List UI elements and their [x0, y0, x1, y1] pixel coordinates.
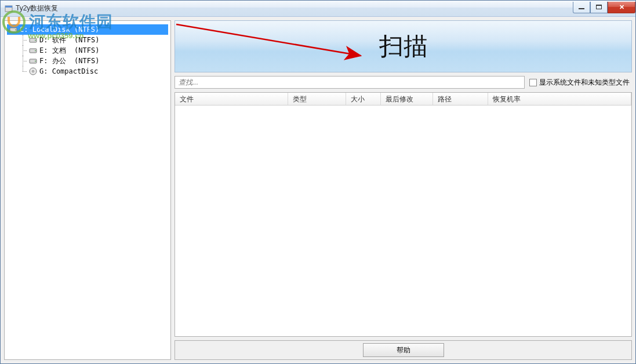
- svg-point-11: [32, 71, 34, 72]
- tree-label: E: 文档 (NTFS): [39, 46, 99, 56]
- search-row: 显示系统文件和未知类型文件: [175, 76, 632, 89]
- titlebar: Ty2y数据恢复 ✕: [1, 1, 635, 17]
- column-type[interactable]: 类型: [288, 93, 346, 105]
- tree-label: D: 软件 (NTFS): [39, 35, 99, 45]
- tree-connector-icon: [19, 35, 27, 45]
- svg-point-3: [15, 30, 16, 31]
- svg-point-9: [35, 61, 36, 62]
- tree-item-c[interactable]: C: LocalDisk (NTFS): [7, 24, 168, 35]
- close-icon: ✕: [619, 3, 624, 11]
- minimize-icon: [579, 8, 584, 9]
- drive-tree-panel: C: LocalDisk (NTFS) D: 软件 (NTFS) E: 文档 (…: [4, 20, 171, 360]
- content-area: C: LocalDisk (NTFS) D: 软件 (NTFS) E: 文档 (…: [1, 17, 635, 363]
- tree-connector-icon: [19, 56, 27, 66]
- titlebar-left: Ty2y数据恢复: [4, 3, 58, 13]
- drive-tree: C: LocalDisk (NTFS) D: 软件 (NTFS) E: 文档 (…: [7, 24, 168, 77]
- cd-icon: [29, 67, 37, 75]
- app-window: Ty2y数据恢复 ✕ C: LocalDisk (NTFS) D: 软件 (NT…: [0, 0, 636, 364]
- column-recovery-rate[interactable]: 恢复机率: [488, 93, 631, 105]
- titlebar-buttons: ✕: [573, 2, 635, 13]
- results-table: 文件 类型 大小 最后修改 路径 恢复机率: [175, 92, 632, 337]
- tree-item-e[interactable]: E: 文档 (NTFS): [7, 45, 168, 56]
- checkbox-icon: [529, 79, 537, 86]
- column-modified[interactable]: 最后修改: [381, 93, 433, 105]
- maximize-button[interactable]: [590, 2, 608, 13]
- column-size[interactable]: 大小: [346, 93, 381, 105]
- svg-line-12: [176, 24, 361, 56]
- column-path[interactable]: 路径: [433, 93, 488, 105]
- disk-icon: [29, 36, 37, 44]
- help-button[interactable]: 帮助: [363, 343, 444, 357]
- close-button[interactable]: ✕: [608, 2, 635, 13]
- search-input[interactable]: [175, 76, 525, 89]
- tree-connector-icon: [19, 45, 27, 56]
- app-icon: [4, 4, 13, 13]
- column-file[interactable]: 文件: [175, 93, 288, 105]
- tree-label: G: CompactDisc: [39, 67, 98, 75]
- show-system-files-checkbox[interactable]: 显示系统文件和未知类型文件: [529, 78, 632, 88]
- minimize-button[interactable]: [573, 2, 590, 13]
- arrow-annotation-icon: [175, 21, 384, 73]
- disk-icon: [9, 26, 17, 34]
- svg-point-7: [35, 50, 36, 52]
- scan-banner[interactable]: 扫描: [175, 20, 632, 72]
- scan-label: 扫描: [379, 30, 428, 63]
- tree-label: C: LocalDisk (NTFS): [20, 26, 99, 34]
- svg-point-5: [35, 40, 36, 41]
- disk-icon: [29, 46, 37, 54]
- maximize-icon: [596, 5, 602, 9]
- tree-item-d[interactable]: D: 软件 (NTFS): [7, 35, 168, 45]
- tree-item-g[interactable]: G: CompactDisc: [7, 66, 168, 77]
- svg-rect-1: [5, 6, 12, 8]
- right-panel: 扫描 显示系统文件和未知类型文件 文件 类型 大小 最后修改 路径 恢复机率: [175, 20, 632, 360]
- window-title: Ty2y数据恢复: [16, 3, 58, 13]
- tree-connector-icon: [19, 66, 27, 77]
- checkbox-label: 显示系统文件和未知类型文件: [539, 78, 630, 88]
- table-header: 文件 类型 大小 最后修改 路径 恢复机率: [175, 93, 631, 105]
- button-row: 帮助: [175, 340, 632, 360]
- disk-icon: [29, 57, 37, 65]
- tree-label: F: 办公 (NTFS): [39, 56, 99, 66]
- table-body: [175, 105, 631, 336]
- tree-item-f[interactable]: F: 办公 (NTFS): [7, 56, 168, 66]
